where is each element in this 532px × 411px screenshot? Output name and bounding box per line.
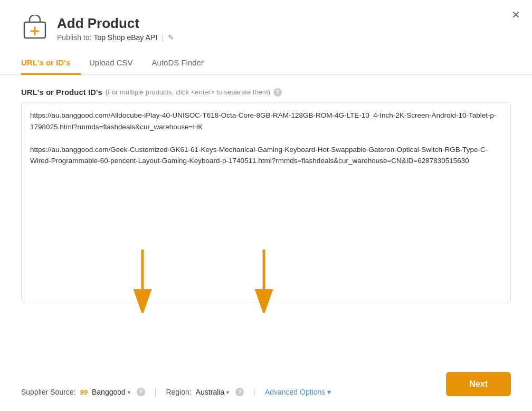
region-value: Australia	[196, 388, 224, 396]
tab-urls-ids[interactable]: URL's or ID's	[21, 53, 81, 75]
tab-bar: URL's or ID's Upload CSV AutoDS Finder	[0, 53, 532, 75]
add-product-modal: ✕ Add Product Publish to: Top Shop eBay …	[0, 0, 532, 411]
advanced-options-link[interactable]: Advanced Options ▾	[265, 388, 331, 396]
url-input[interactable]	[21, 102, 511, 302]
edit-icon[interactable]: ✎	[168, 33, 174, 42]
header-text: Add Product Publish to: Top Shop eBay AP…	[57, 15, 174, 41]
tab-upload-csv[interactable]: Upload CSV	[89, 53, 144, 75]
publish-label: Publish to:	[57, 33, 91, 42]
help-icon[interactable]: ?	[273, 88, 282, 97]
bottom-bar: Supplier Source: 99 Banggood ▾ ? | Regio…	[0, 379, 532, 411]
region-help-icon[interactable]: ?	[235, 388, 244, 396]
tab-autods-finder[interactable]: AutoDS Finder	[152, 53, 214, 75]
advanced-options-chevron-icon: ▾	[327, 388, 331, 396]
region-label: Region:	[166, 388, 191, 396]
next-button[interactable]: Next	[446, 372, 511, 396]
supplier-value: Banggood	[92, 388, 126, 396]
field-label-hint: (For multiple products, click <enter> to…	[106, 88, 270, 96]
supplier-help-icon[interactable]: ?	[137, 388, 145, 396]
publish-value: Top Shop eBay API	[93, 33, 157, 42]
close-button[interactable]: ✕	[511, 9, 520, 20]
field-label-row: URL's or Product ID's (For multiple prod…	[21, 88, 511, 97]
source-region-row: Supplier Source: 99 Banggood ▾ ? | Regio…	[21, 388, 511, 396]
pipe-separator: |	[162, 33, 164, 42]
region-dropdown[interactable]: Australia ▾	[196, 388, 229, 396]
field-label-text: URL's or Product ID's	[21, 88, 102, 97]
region-chevron-icon: ▾	[226, 389, 229, 395]
banggood-logo-icon: 99	[80, 388, 88, 396]
middle-separator: |	[155, 388, 157, 396]
publish-to-row: Publish to: Top Shop eBay API | ✎	[57, 33, 174, 42]
textarea-wrapper	[21, 102, 511, 367]
right-separator: |	[253, 388, 255, 396]
advanced-options-label: Advanced Options	[265, 388, 325, 396]
modal-header: Add Product Publish to: Top Shop eBay AP…	[0, 0, 532, 42]
supplier-chevron-icon: ▾	[128, 389, 130, 395]
supplier-label: Supplier Source:	[21, 388, 76, 396]
product-icon	[21, 15, 49, 42]
page-title: Add Product	[57, 15, 174, 32]
supplier-dropdown[interactable]: Banggood ▾	[92, 388, 130, 396]
main-content: URL's or Product ID's (For multiple prod…	[0, 75, 532, 379]
